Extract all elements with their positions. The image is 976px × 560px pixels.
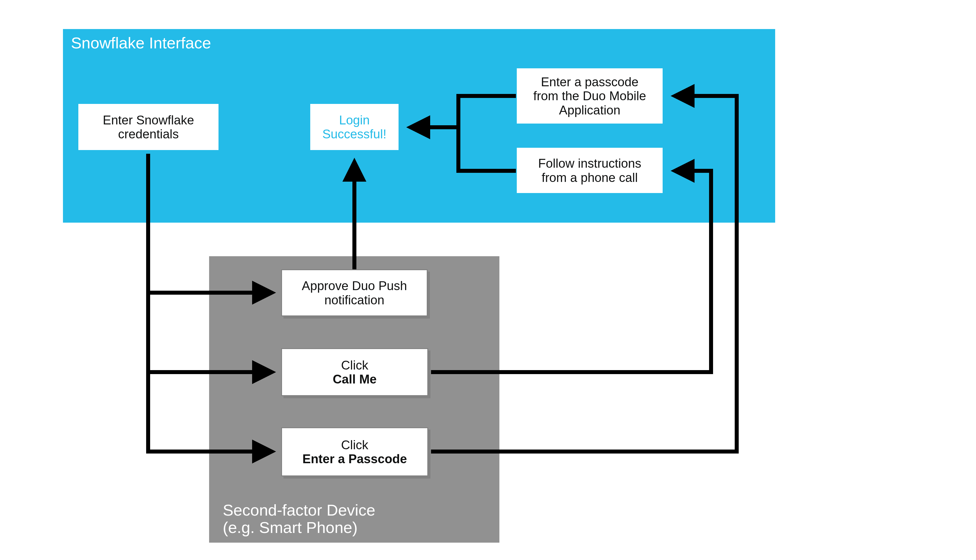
box-follow-phone-call-line2: from a phone call xyxy=(541,170,638,185)
box-login-successful-line2: Successful! xyxy=(323,127,386,141)
box-click-call-me-line2: Call Me xyxy=(333,372,377,386)
box-enter-credentials-line2: credentials xyxy=(118,127,179,141)
region-device-title-line1: Second-factor Device xyxy=(223,501,375,519)
box-enter-passcode-duo: Enter a passcode from the Duo Mobile App… xyxy=(516,67,663,124)
diagram-stage: Snowflake Interface Second-factor Device… xyxy=(0,0,976,560)
region-device-title-line2: (e.g. Smart Phone) xyxy=(223,518,358,537)
box-enter-credentials: Enter Snowflake credentials xyxy=(77,103,219,151)
box-follow-phone-call-line1: Follow instructions xyxy=(538,156,641,170)
box-enter-passcode-duo-line3: Application xyxy=(559,103,620,117)
region-snowflake-title: Snowflake Interface xyxy=(63,29,775,57)
box-click-enter-passcode: Click Enter a Passcode xyxy=(281,427,428,476)
box-approve-duo-push-line2: notification xyxy=(324,293,384,307)
box-approve-duo-push: Approve Duo Push notification xyxy=(281,269,428,316)
box-click-call-me: Click Call Me xyxy=(281,348,428,396)
box-login-successful-line1: Login xyxy=(339,113,370,127)
box-enter-credentials-line1: Enter Snowflake xyxy=(103,113,194,127)
box-click-call-me-line1: Click xyxy=(341,358,368,372)
box-login-successful: Login Successful! xyxy=(309,103,399,151)
box-approve-duo-push-line1: Approve Duo Push xyxy=(302,279,407,293)
box-enter-passcode-duo-line2: from the Duo Mobile xyxy=(533,89,646,103)
box-click-enter-passcode-line2: Enter a Passcode xyxy=(302,452,407,466)
region-device-title: Second-factor Device (e.g. Smart Phone) xyxy=(215,497,383,541)
box-follow-phone-call: Follow instructions from a phone call xyxy=(516,147,663,194)
box-enter-passcode-duo-line1: Enter a passcode xyxy=(541,75,638,89)
box-click-enter-passcode-line1: Click xyxy=(341,438,368,452)
